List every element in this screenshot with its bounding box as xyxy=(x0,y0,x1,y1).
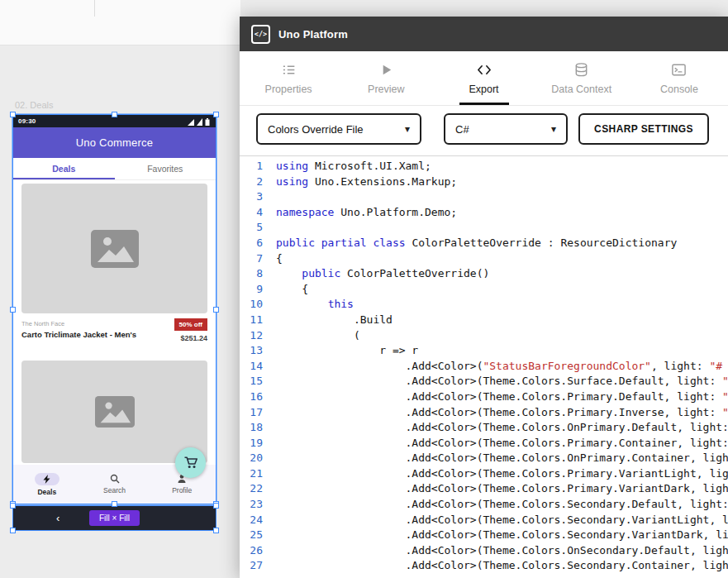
language-dropdown[interactable]: C# ▾ xyxy=(444,113,568,145)
product-info[interactable]: The North Face Carto Triclimate Jacket -… xyxy=(21,318,207,356)
line-number: 10 xyxy=(240,297,276,313)
image-placeholder-icon xyxy=(95,395,135,428)
adjacent-artboard-edge xyxy=(0,0,240,45)
code-line: 3 xyxy=(240,189,728,205)
code-line: 15 .Add<Color>(Theme.Colors.Surface.Defa… xyxy=(240,374,728,389)
selection-handle[interactable] xyxy=(213,503,219,509)
code-line: 5 xyxy=(240,220,728,236)
lightning-icon xyxy=(43,475,50,484)
line-number: 4 xyxy=(240,205,276,221)
nav-item-deals[interactable]: Deals xyxy=(13,465,81,504)
export-toolbar: Colors Override File ▾ C# ▾ CSHARP SETTI… xyxy=(240,106,728,155)
artboard-divider xyxy=(94,0,95,17)
code-line: 13 r => r xyxy=(240,343,728,359)
code-line: 11 .Build xyxy=(240,313,728,328)
frame-toolbar: ‹ Fill × Fill xyxy=(13,506,216,530)
code-line: 9 { xyxy=(240,282,728,298)
csharp-settings-button[interactable]: CSHARP SETTINGS xyxy=(578,113,709,145)
fill-fill-button[interactable]: Fill × Fill xyxy=(89,510,140,526)
code-line: 17 .Add<Color>(Theme.Colors.Primary.Inve… xyxy=(240,405,728,421)
code-editor[interactable]: 1using Microsoft.UI.Xaml;2using Uno.Exte… xyxy=(240,155,728,578)
product-image-placeholder[interactable] xyxy=(21,184,207,313)
panel-tab-bar: Properties Preview Export Data Context xyxy=(240,51,728,106)
code-line: 18 .Add<Color>(Theme.Colors.OnPrimary.De… xyxy=(240,420,728,436)
code-line: 25 .Add<Color>(Theme.Colors.Secondary.Va… xyxy=(240,528,728,543)
selection-handle[interactable] xyxy=(10,307,16,313)
code-line: 26 .Add<Color>(Theme.Colors.OnSecondary.… xyxy=(240,543,728,559)
discount-badge: 50% off xyxy=(174,318,207,331)
app-title: Uno Commerce xyxy=(76,136,153,149)
console-icon xyxy=(671,62,687,78)
line-number: 12 xyxy=(240,328,276,344)
selection-handle[interactable] xyxy=(10,503,16,509)
chevron-down-icon: ▾ xyxy=(405,123,410,135)
code-line: 16 .Add<Color>(Theme.Colors.Primary.Defa… xyxy=(240,389,728,405)
line-number: 13 xyxy=(240,343,276,359)
line-number: 24 xyxy=(240,513,276,528)
line-number: 7 xyxy=(240,251,276,267)
selection-handle[interactable] xyxy=(112,501,117,507)
line-number: 15 xyxy=(240,374,276,389)
tab-properties[interactable]: Properties xyxy=(240,51,337,105)
cart-fab-button[interactable] xyxy=(175,447,206,478)
back-chevron-icon[interactable]: ‹ xyxy=(56,513,59,523)
code-brackets-icon xyxy=(476,62,492,78)
selection-handle[interactable] xyxy=(10,112,16,117)
line-number: 9 xyxy=(240,282,276,298)
code-line: 12 ( xyxy=(240,328,728,344)
code-line: 14 .Add<Color>("StatusBarForegroundColor… xyxy=(240,359,728,375)
code-lines: 1using Microsoft.UI.Xaml;2using Uno.Exte… xyxy=(240,156,728,574)
panel-title: Uno Platform xyxy=(278,28,348,41)
code-line: 8 public ColorPaletteOverride() xyxy=(240,266,728,282)
image-placeholder-icon xyxy=(91,230,139,268)
product-image-placeholder[interactable] xyxy=(21,361,207,463)
selection-handle[interactable] xyxy=(213,307,219,313)
selection-handle[interactable] xyxy=(112,112,117,117)
cart-icon xyxy=(184,456,197,469)
chevron-down-icon: ▾ xyxy=(551,123,556,135)
phone-screen[interactable]: 09:30 Uno Commerce Deals xyxy=(13,115,216,504)
line-number: 22 xyxy=(240,481,276,497)
tab-deals[interactable]: Deals xyxy=(13,158,115,179)
line-number: 5 xyxy=(240,220,276,236)
tab-export[interactable]: Export xyxy=(435,51,532,105)
active-nav-pill xyxy=(35,473,59,485)
file-type-dropdown[interactable]: Colors Override File ▾ xyxy=(256,113,421,145)
tab-data-context[interactable]: Data Context xyxy=(533,51,630,105)
frame-toolbar-bar: ‹ Fill × Fill xyxy=(13,506,216,530)
line-number: 20 xyxy=(240,451,276,466)
frame-label[interactable]: 02. Deals xyxy=(15,100,53,110)
line-number: 18 xyxy=(240,420,276,436)
code-line: 4namespace Uno.Platform.Demo; xyxy=(240,205,728,221)
tab-preview[interactable]: Preview xyxy=(337,51,435,105)
tab-console[interactable]: Console xyxy=(630,51,728,105)
code-line: 1using Microsoft.UI.Xaml; xyxy=(240,159,728,174)
database-icon xyxy=(573,62,589,78)
tab-favorites[interactable]: Favorites xyxy=(115,158,216,179)
line-number: 23 xyxy=(240,497,276,513)
selection-handle[interactable] xyxy=(213,112,219,117)
status-time: 09:30 xyxy=(18,117,36,125)
code-line: 2using Uno.Extensions.Markup; xyxy=(240,174,728,190)
line-number: 3 xyxy=(240,189,276,205)
line-number: 21 xyxy=(240,466,276,482)
code-line: 20 .Add<Color>(Theme.Colors.OnPrimary.Co… xyxy=(240,451,728,466)
product-price: $251.24 xyxy=(180,334,207,342)
line-number: 25 xyxy=(240,528,276,543)
line-number: 26 xyxy=(240,543,276,559)
panel-header: </> Uno Platform xyxy=(240,17,728,51)
phone-artboard[interactable]: 09:30 Uno Commerce Deals xyxy=(13,115,216,504)
play-icon xyxy=(378,62,394,78)
line-number: 14 xyxy=(240,359,276,375)
line-number: 27 xyxy=(240,558,276,574)
selection-handle[interactable] xyxy=(10,528,16,533)
nav-item-search[interactable]: Search xyxy=(81,465,149,504)
code-line: 6public partial class ColorPaletteOverri… xyxy=(240,236,728,251)
code-line: 27 .Add<Color>(Theme.Colors.Secondary.Co… xyxy=(240,558,728,574)
line-number: 8 xyxy=(240,266,276,282)
code-line: 10 this xyxy=(240,297,728,313)
code-line: 23 .Add<Color>(Theme.Colors.Secondary.De… xyxy=(240,497,728,513)
selection-handle[interactable] xyxy=(213,528,219,533)
line-number: 1 xyxy=(240,159,276,174)
line-number: 6 xyxy=(240,236,276,251)
